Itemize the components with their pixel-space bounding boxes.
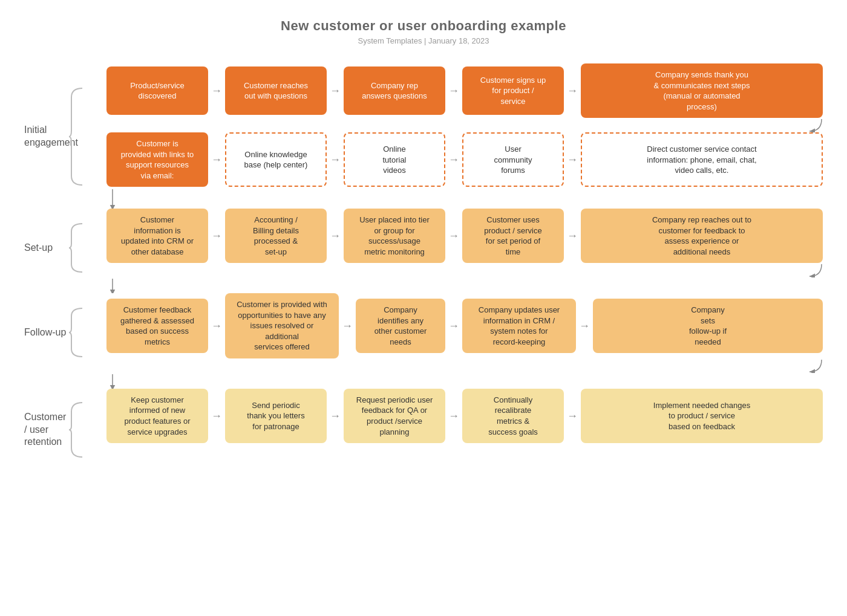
section-label-text-followup: Follow-up: [24, 326, 68, 339]
box-customer-provided-opportunities: Customer is provided withopportunities t…: [225, 293, 339, 358]
section-label-text-setup: Set-up: [24, 242, 68, 255]
spacer-3: [24, 373, 103, 389]
connector-svg-1-2: [106, 188, 227, 209]
arrow-1-4: →: [564, 85, 581, 97]
row-retention-1: Keep customerinformed of newproduct feat…: [106, 389, 823, 443]
row-initial-1: Product/servicediscovered → Customer rea…: [106, 63, 823, 118]
box-customer-uses-product: Customer usesproduct / servicefor set pe…: [462, 209, 564, 263]
subtitle: System Templates | January 18, 2023: [24, 36, 823, 45]
title-area: New customer or user onboarding example …: [24, 18, 823, 45]
arrow-5-3: →: [445, 410, 462, 423]
spacer-2: [24, 277, 103, 293]
between-section-2-3: [24, 277, 823, 293]
arrow-2-2: →: [327, 154, 344, 166]
box-customer-feedback-gathered: Customer feedbackgathered & assessedbase…: [106, 299, 208, 353]
box-implement-needed-changes: Implement needed changesto product / ser…: [581, 389, 823, 443]
box-company-identifies-needs: Companyidentifies anyother customerneeds: [356, 299, 445, 353]
box-company-rep-answers: Company repanswers questions: [344, 66, 445, 115]
section-content-setup: Customerinformation isupdated into CRM o…: [103, 209, 823, 277]
section-content-initial: Product/servicediscovered → Customer rea…: [103, 63, 823, 187]
between-section-3-4: [24, 373, 823, 389]
arrow-5-1: →: [208, 410, 225, 423]
arrow-4-4: →: [576, 320, 593, 332]
box-request-periodic-feedback: Request periodic userfeedback for QA orp…: [344, 389, 445, 443]
row-initial-2: Customer isprovided with links tosupport…: [106, 132, 823, 187]
box-company-rep-reaches-out: Company rep reaches out tocustomer for f…: [581, 209, 823, 263]
section-label-followup: Follow-up: [24, 293, 103, 360]
arrow-3-1: →: [208, 230, 225, 242]
arrow-2-3: →: [445, 154, 462, 166]
arrow-2-4: →: [564, 154, 581, 166]
arrow-4-2: →: [339, 320, 356, 332]
box-continually-recalibrate: Continuallyrecalibratemetrics &success g…: [462, 389, 564, 443]
brace-setup: [68, 221, 85, 275]
connector-curve-1: [805, 118, 823, 132]
box-customer-provided-links: Customer isprovided with links tosupport…: [106, 132, 208, 187]
box-customer-reaches-out: Customer reachesout with questions: [225, 66, 327, 115]
arrow-5-2: →: [327, 410, 344, 423]
arrow-3-3: →: [445, 230, 462, 242]
connector-setup-followup: [106, 263, 823, 277]
diagram-area: Initial engagement Product/servicediscov…: [24, 63, 823, 460]
box-direct-customer-service: Direct customer service contactinformati…: [581, 132, 823, 187]
box-accounting-billing: Accounting /Billing detailsprocessed &se…: [225, 209, 327, 263]
box-user-placed-tier: User placed into tieror group forsuccess…: [344, 209, 445, 263]
box-company-sets-followup: Companysetsfollow-up ifneeded: [593, 299, 823, 353]
connector-followup-retention: [106, 358, 823, 373]
section-content-followup: Customer feedbackgathered & assessedbase…: [103, 293, 823, 373]
arrow-3-2: →: [327, 230, 344, 242]
arrow-1-2: →: [327, 85, 344, 97]
box-online-tutorial-videos: Onlinetutorialvideos: [344, 132, 445, 187]
brace-followup: [68, 305, 85, 360]
connector-row1-row2: [106, 118, 823, 132]
section-label-text-initial: Initial engagement: [24, 124, 68, 149]
box-product-service-discovered: Product/servicediscovered: [106, 66, 208, 115]
row-followup-1: Customer feedbackgathered & assessedbase…: [106, 293, 823, 358]
box-customer-info-crm: Customerinformation isupdated into CRM o…: [106, 209, 208, 263]
box-keep-customer-informed: Keep customerinformed of newproduct feat…: [106, 389, 208, 443]
row-setup-1: Customerinformation isupdated into CRM o…: [106, 209, 823, 263]
box-send-periodic-thanks: Send periodicthank you lettersfor patron…: [225, 389, 327, 443]
down-arrow-2-3: [103, 277, 143, 293]
between-section-1-2: [24, 188, 823, 209]
box-company-updates-user-info: Company updates userinformation in CRM /…: [462, 299, 576, 353]
spacer-1: [24, 188, 103, 209]
arrow-1-3: →: [445, 85, 462, 97]
section-initial-engagement: Initial engagement Product/servicediscov…: [24, 63, 823, 188]
section-label-setup: Set-up: [24, 209, 103, 275]
section-label-initial: Initial engagement: [24, 63, 103, 188]
arrow-4-3: →: [445, 320, 462, 332]
section-followup: Follow-up Customer feedbackgathered & as…: [24, 293, 823, 373]
main-title: New customer or user onboarding example: [24, 18, 823, 34]
section-content-retention: Keep customerinformed of newproduct feat…: [103, 389, 823, 443]
connector-curve-2: [805, 263, 823, 277]
section-label-text-retention: Customer / user retention: [24, 411, 68, 449]
connector-curve-3: [805, 358, 823, 373]
page: New customer or user onboarding example …: [0, 0, 847, 616]
down-arrow-1-2: [103, 188, 227, 209]
section-label-retention: Customer / user retention: [24, 389, 103, 460]
box-online-knowledge-base: Online knowledgebase (help center): [225, 132, 327, 187]
connector-svg-2-3: [106, 277, 143, 293]
brace-initial: [68, 85, 85, 188]
box-company-sends-thanks: Company sends thank you& communicates ne…: [581, 63, 823, 118]
brace-retention: [68, 400, 85, 460]
section-setup: Set-up Customerinformation isupdated int…: [24, 209, 823, 277]
arrow-4-1: →: [208, 320, 225, 332]
down-arrow-3-4: [103, 373, 143, 389]
box-customer-signs-up: Customer signs upfor product /service: [462, 66, 564, 115]
section-retention: Customer / user retention Keep customeri…: [24, 389, 823, 460]
box-user-community-forums: Usercommunityforums: [462, 132, 564, 187]
arrow-1-1: →: [208, 85, 225, 97]
arrow-2-1: →: [208, 154, 225, 166]
connector-svg-3-4: [106, 373, 143, 389]
arrow-5-4: →: [564, 410, 581, 423]
arrow-3-4: →: [564, 230, 581, 242]
